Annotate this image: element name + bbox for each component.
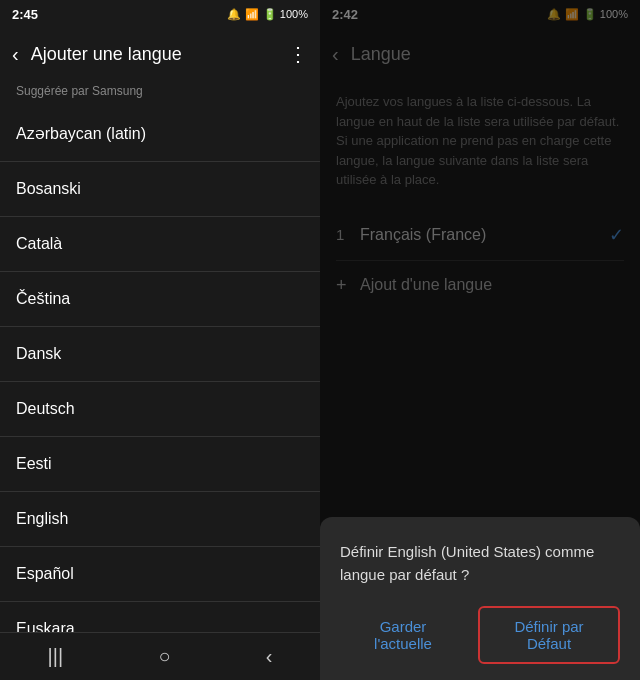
left-panel: 2:45 🔔 📶 🔋 100% ‹ Ajouter une langue ⋮ S…	[0, 0, 320, 680]
list-item[interactable]: Español	[0, 547, 320, 602]
dialog-title: Définir English (United States) comme la…	[340, 541, 620, 586]
left-header: ‹ Ajouter une langue ⋮	[0, 28, 320, 80]
right-panel: 2:42 🔔 📶 🔋 100% ‹ Langue Ajoutez vos lan…	[320, 0, 640, 680]
section-label: Suggérée par Samsung	[0, 80, 320, 106]
list-item[interactable]: Eesti	[0, 437, 320, 492]
left-time: 2:45	[12, 7, 38, 22]
recent-apps-button[interactable]: |||	[28, 637, 84, 676]
more-options-button[interactable]: ⋮	[288, 42, 308, 66]
list-item[interactable]: Azərbaycan (latin)	[0, 106, 320, 162]
left-nav-bar: ||| ○ ‹	[0, 632, 320, 680]
list-item[interactable]: Čeština	[0, 272, 320, 327]
notification-icon: 🔔	[227, 8, 241, 21]
set-default-button[interactable]: Définir par Défaut	[478, 606, 620, 664]
list-item[interactable]: Bosanski	[0, 162, 320, 217]
left-status-icons: 🔔 📶 🔋 100%	[227, 8, 308, 21]
signal-icon: 📶	[245, 8, 259, 21]
left-status-bar: 2:45 🔔 📶 🔋 100%	[0, 0, 320, 28]
back-button[interactable]: ‹	[12, 43, 19, 66]
dialog-overlay: Définir English (United States) comme la…	[320, 0, 640, 680]
dialog-buttons: Garder l'actuelle Définir par Défaut	[340, 606, 620, 664]
language-list: Azərbaycan (latin) Bosanski Català Češti…	[0, 106, 320, 632]
list-item[interactable]: Deutsch	[0, 382, 320, 437]
page-title: Ajouter une langue	[31, 44, 288, 65]
list-item[interactable]: Català	[0, 217, 320, 272]
list-item[interactable]: English	[0, 492, 320, 547]
dialog-box: Définir English (United States) comme la…	[320, 517, 640, 680]
home-button[interactable]: ○	[138, 637, 190, 676]
list-item[interactable]: Dansk	[0, 327, 320, 382]
keep-current-button[interactable]: Garder l'actuelle	[340, 606, 466, 664]
battery-icon: 🔋 100%	[263, 8, 308, 21]
back-nav-button[interactable]: ‹	[246, 637, 293, 676]
list-item[interactable]: Euskara	[0, 602, 320, 632]
